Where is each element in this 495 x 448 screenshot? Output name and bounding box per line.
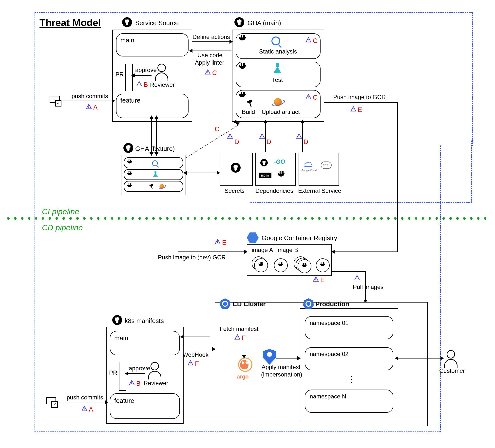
search-icon	[271, 36, 280, 45]
webhook-ar	[212, 347, 216, 351]
cust-ar-l	[395, 356, 398, 360]
diagram-canvas: Threat Model CI pipeline CD pipeline Ser…	[0, 0, 495, 448]
reviewer-icon-2	[148, 362, 161, 379]
pull-warn: !	[354, 275, 360, 280]
k8s-manifests-label: k8s manifests	[125, 317, 164, 325]
threat-f-w1: !	[234, 334, 240, 340]
devgcr-h	[178, 251, 246, 252]
gcloud-icon	[304, 161, 312, 168]
threat-f-1: F	[242, 334, 246, 342]
service-source-label: Service Source	[135, 19, 179, 27]
threat-e-w2: !	[215, 239, 221, 244]
threat-a-2: A	[89, 406, 93, 413]
push-gcr-label: Push image to GCR	[333, 94, 386, 101]
define-label: Define actions	[192, 34, 230, 40]
cd-label: CD pipeline	[42, 223, 83, 232]
fetch-v	[210, 317, 210, 337]
dev-laptop-icon-2	[44, 397, 56, 406]
approve-label-2: approve	[129, 365, 150, 372]
threat-e-2: E	[222, 239, 226, 246]
threat-b-2: B	[136, 380, 140, 387]
threat-f-w2: !	[188, 360, 193, 365]
webhook-h	[183, 349, 214, 349]
threat-b: B	[144, 81, 148, 89]
flask-icon	[273, 67, 281, 73]
deps-box	[255, 153, 296, 186]
threat-d-w2: !	[259, 133, 265, 139]
github-icon	[122, 17, 132, 27]
fetch-h	[183, 337, 210, 337]
devgcr-v	[178, 195, 178, 251]
npm-icon: npm	[259, 173, 271, 178]
deps-up	[265, 122, 266, 152]
pushgcr-ar	[331, 250, 335, 254]
reviewer-label: Reviewer	[150, 81, 175, 88]
docker-gcr-3	[302, 263, 308, 268]
customer-label: Customer	[439, 367, 465, 374]
push-line-1	[63, 101, 112, 101]
gha-main-label: GHA (main)	[248, 19, 281, 27]
aws-text: aws	[323, 163, 328, 166]
threat-e-w1: !	[350, 106, 356, 111]
hammer-icon-sm	[149, 184, 154, 189]
docker-icon-4	[127, 160, 133, 164]
approve-label: approve	[135, 67, 157, 73]
reviewer-label-2: Reviewer	[144, 380, 168, 387]
threat-d-3: D	[304, 138, 308, 146]
approve-line	[134, 75, 152, 76]
threat-c-w2: !	[305, 94, 311, 99]
hammer-icon	[247, 100, 254, 107]
define-arrow	[229, 40, 233, 44]
fetch-ar	[242, 355, 246, 358]
k8s-main-label: main	[114, 334, 128, 342]
ext-up-ar	[301, 120, 305, 123]
pull-label: Pull images	[353, 284, 383, 290]
docker-icon-5	[127, 172, 133, 176]
job-static-label: Static analysis	[259, 48, 297, 55]
secrets-gham	[236, 122, 236, 152]
cd-cluster-label: CD Cluster	[232, 300, 266, 308]
job-upload-label: Upload artifact	[262, 108, 300, 115]
ss-feature-label: feature	[120, 97, 140, 104]
job-build-label: Build	[242, 108, 255, 115]
devgcr-label: Push image to (dev) GCR	[158, 254, 226, 261]
docker-gcr-4	[320, 262, 326, 267]
threat-f-2: F	[195, 360, 199, 368]
pr-arrow-2	[119, 362, 126, 391]
threat-c-2: C	[313, 94, 318, 101]
k8s-feature-label: feature	[114, 397, 134, 405]
pushgcr-h	[324, 102, 398, 103]
threat-b-w2: !	[129, 380, 135, 385]
ns-02-label: namespace 02	[310, 351, 348, 358]
feat-gha-line2	[156, 118, 157, 154]
dev-laptop-icon	[48, 96, 60, 105]
feat-gha-up	[150, 115, 153, 119]
push-label-1: push commits	[72, 93, 108, 100]
ns-dots: ···	[350, 375, 352, 384]
ci-cd-separator	[5, 217, 489, 220]
image-a: image A	[252, 247, 273, 253]
threat-c-4: C	[215, 125, 219, 133]
define-line	[192, 41, 231, 42]
planet-icon-sm	[159, 184, 164, 189]
production-label: Production	[315, 300, 349, 308]
threat-e-w3: !	[313, 276, 319, 282]
docker-icon-2	[239, 63, 248, 69]
gcr-label: Google Container Registry	[262, 234, 337, 242]
pr-label: PR	[115, 71, 124, 78]
threat-a-warn-1: !	[86, 104, 92, 109]
cust-ar-r	[440, 356, 444, 360]
argo-text: argo	[237, 374, 249, 380]
apply-ar	[297, 356, 301, 360]
pull-h	[331, 271, 366, 272]
fetch-label: Fetch manifest	[220, 325, 258, 332]
ext-label: External Service	[298, 187, 341, 194]
pr-arrow	[125, 64, 133, 91]
ext-up	[302, 122, 303, 152]
customer-icon	[444, 350, 457, 368]
planet-icon	[274, 98, 282, 106]
apply-h	[276, 358, 299, 358]
secrets-gham-ar	[234, 120, 238, 123]
image-b: image B	[276, 247, 298, 253]
ghaf-secrets-l	[183, 171, 187, 175]
